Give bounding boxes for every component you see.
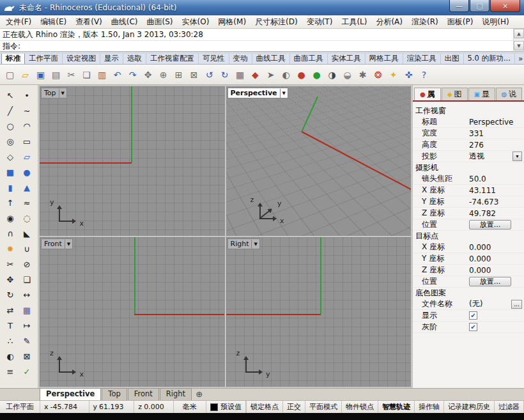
toolbar-icon-zoom-extents[interactable]: ⊠ xyxy=(187,67,201,82)
menu-item-surface[interactable]: 曲面(S) xyxy=(143,16,178,28)
toolbar-icon-gumball[interactable]: ✜ xyxy=(401,67,416,82)
viewport-tab-right[interactable]: Right xyxy=(160,388,192,400)
viewport-tab-front[interactable]: Front xyxy=(128,388,159,400)
menu-item-render[interactable]: 渲染(R) xyxy=(407,16,443,28)
tool-icon-polyline[interactable]: ╱ xyxy=(3,104,18,118)
menu-item-file[interactable]: 文件(F) xyxy=(1,16,36,28)
tool-icon-boolean-union[interactable]: ◉ xyxy=(3,211,18,225)
toolbar-icon-explode[interactable]: ✦ xyxy=(386,67,401,82)
tool-icon-rectangle[interactable]: ▭ xyxy=(19,134,35,148)
toolbar-tab-viewport-layout[interactable]: 工作视窗配置 xyxy=(146,54,199,64)
toolbar-tab-set-view[interactable]: 设定视图 xyxy=(63,54,100,64)
panel-tab-layers[interactable]: ◆ 图 xyxy=(442,88,468,100)
toolbar-icon-pan[interactable]: ✥ xyxy=(141,67,155,82)
toolbar-icon-undo[interactable]: ↶ xyxy=(110,67,125,82)
viewport-perspective-label[interactable]: Perspective ▼ xyxy=(227,88,288,98)
camera-place-button[interactable]: 放置... xyxy=(469,220,511,229)
toolbar-icon-redo[interactable]: ↷ xyxy=(125,67,140,82)
tool-icon-ellipse[interactable]: ◎ xyxy=(3,134,18,148)
minimize-button[interactable]: — xyxy=(449,0,469,12)
viewport-tab-top[interactable]: Top xyxy=(102,388,127,400)
menu-item-view[interactable]: 查看(V) xyxy=(71,16,107,28)
cplane-menu-button[interactable]: 工作平面 xyxy=(0,401,40,413)
statusbar-toggle-record-history[interactable]: 记录建构历史 xyxy=(444,401,495,413)
tool-icon-fillet[interactable]: ∩ xyxy=(3,226,18,240)
tool-icon-layers[interactable]: ≡ xyxy=(3,364,18,378)
panel-tab-properties[interactable]: ● 属 xyxy=(414,88,441,100)
statusbar-toggle-filter[interactable]: 过滤器 xyxy=(495,401,524,413)
close-button[interactable]: × xyxy=(490,0,520,12)
viewport-right[interactable]: Right ▼ z y xyxy=(226,237,412,387)
statusbar-toggle-osnap[interactable]: 物件锁点 xyxy=(342,401,378,413)
tool-icon-select-cursor[interactable]: ↖ xyxy=(3,88,18,102)
toolbar-icon-move[interactable]: ➤ xyxy=(263,67,278,82)
toolbar-tab-cplanes[interactable]: 工作平面 xyxy=(25,54,63,64)
toolbar-icon-copy[interactable]: ❏ xyxy=(79,67,94,82)
toolbar-icon-zoom-dynamic[interactable]: ⊕ xyxy=(156,67,171,82)
tool-icon-curve-edit[interactable]: ✎ xyxy=(19,334,35,348)
panel-tab-help[interactable]: ◍ 说 xyxy=(496,88,523,100)
tool-icon-move[interactable]: ✥ xyxy=(3,272,18,286)
statusbar-toggle-grid-snap[interactable]: 锁定格点 xyxy=(247,401,283,413)
tool-icon-arc[interactable]: ◠ xyxy=(19,119,35,133)
units-button[interactable]: 毫米 xyxy=(174,401,207,413)
panel-tab-display[interactable]: ▣ 显 xyxy=(468,88,495,100)
tabbar-overflow-chevron[interactable]: » xyxy=(515,54,524,64)
toolbar-icon-redo-view-change[interactable]: ↻ xyxy=(217,67,232,82)
toolbar-icon-render[interactable]: ● xyxy=(294,67,309,82)
toolbar-tab-standard[interactable]: 标准 xyxy=(1,54,25,64)
toolbar-icon-render-preview[interactable]: ● xyxy=(309,67,324,82)
tool-icon-cylinder[interactable]: ▮ xyxy=(3,180,18,194)
statusbar-toggle-planar[interactable]: 平面模式 xyxy=(305,401,342,413)
toolbar-tab-transform[interactable]: 变动 xyxy=(229,54,252,64)
command-scrollbar[interactable]: ▲ ▼ xyxy=(513,29,524,51)
maximize-button[interactable]: ▢ xyxy=(470,0,489,12)
toolbar-tab-drafting[interactable]: 出图 xyxy=(441,54,464,64)
menu-item-curve[interactable]: 曲线(C) xyxy=(107,16,143,28)
show-checkbox[interactable]: ✔ xyxy=(469,311,477,320)
toolbar-icon-shaded-viewport[interactable]: ◑ xyxy=(325,67,339,82)
tool-icon-curve[interactable]: ∼ xyxy=(19,104,35,118)
viewport-front-label[interactable]: Front ▼ xyxy=(41,238,73,249)
toolbar-icon-paste[interactable]: ▥ xyxy=(95,67,109,82)
tool-icon-polygon[interactable]: ◇ xyxy=(3,150,18,164)
tool-icon-copy[interactable]: ❏ xyxy=(19,272,35,286)
tool-icon-mirror[interactable]: ⇄ xyxy=(3,303,18,317)
new-viewport-button[interactable]: ⊕ xyxy=(196,389,203,400)
toolbar-tab-display[interactable]: 显示 xyxy=(100,54,123,64)
toolbar-tab-mesh-tools[interactable]: 网格工具 xyxy=(366,54,403,64)
tool-icon-visibility[interactable]: ◐ xyxy=(3,349,18,363)
target-place-button[interactable]: 放置... xyxy=(469,277,511,286)
tool-icon-check[interactable]: ✓ xyxy=(19,364,35,378)
viewport-tab-perspective[interactable]: Perspective xyxy=(40,388,101,400)
toolbar-icon-ghosted-viewport[interactable]: ◒ xyxy=(340,67,355,82)
tool-icon-sphere[interactable]: ● xyxy=(19,165,35,179)
tool-icon-explode[interactable]: ✸ xyxy=(3,242,18,256)
menu-item-edit[interactable]: 编辑(E) xyxy=(36,16,71,28)
scroll-down-icon[interactable]: ▼ xyxy=(514,41,524,51)
tool-icon-circle[interactable]: ○ xyxy=(3,119,18,133)
tool-icon-extrude[interactable]: ↑ xyxy=(3,196,18,210)
statusbar-toggle-smarttrack[interactable]: 智慧轨迹 xyxy=(378,401,415,413)
viewport-top-label[interactable]: Top ▼ xyxy=(41,88,67,98)
toolbar-icon-help[interactable]: ? xyxy=(417,67,431,82)
toolbar-tab-surface-tools[interactable]: 曲面工具 xyxy=(290,54,328,64)
menu-item-help[interactable]: 说明(H) xyxy=(477,16,513,28)
toolbar-icon-zoom-window[interactable]: ⊞ xyxy=(171,67,186,82)
tool-icon-control-points[interactable]: ∴ xyxy=(3,334,18,348)
menu-item-mesh[interactable]: 网格(M) xyxy=(213,16,250,28)
toolbar-tab-new-in-v5[interactable]: 5.0 的新功... xyxy=(464,54,515,64)
projection-dropdown-button[interactable]: ▼ xyxy=(512,152,522,161)
tool-icon-array[interactable]: ▦ xyxy=(19,303,35,317)
chevron-down-icon[interactable]: ▼ xyxy=(280,89,288,98)
command-input[interactable] xyxy=(20,42,524,51)
toolbar-tab-render-tools[interactable]: 渲染工具 xyxy=(403,54,441,64)
tool-icon-chamfer[interactable]: ◣ xyxy=(19,226,35,240)
toolbar-icon-hide-objects[interactable]: ◐ xyxy=(279,67,293,82)
tool-icon-box[interactable]: ■ xyxy=(3,165,18,179)
tool-icon-cone[interactable]: ▲ xyxy=(19,180,35,194)
viewport-front[interactable]: Front ▼ z x xyxy=(40,237,225,387)
statusbar-toggle-gumball[interactable]: 操作轴 xyxy=(415,401,444,413)
grayscale-checkbox[interactable]: ✔ xyxy=(469,323,477,331)
wallpaper-browse-button[interactable]: ... xyxy=(511,300,522,309)
